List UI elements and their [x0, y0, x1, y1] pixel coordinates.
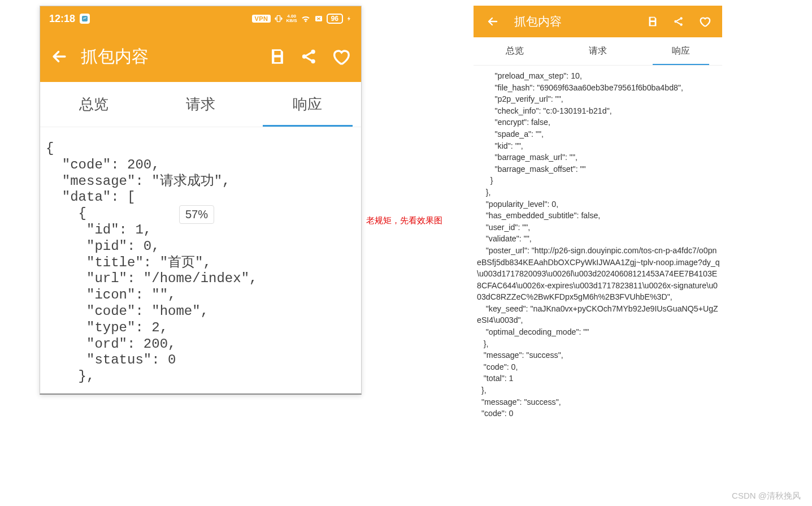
save-button[interactable] — [266, 45, 289, 68]
response-body-right[interactable]: "preload_max_step": 10, "file_hash": "69… — [474, 66, 722, 482]
back-button[interactable] — [483, 11, 503, 32]
phone-right: 抓包内容 总览 请求 响应 "preload_max_step": 10, "f… — [474, 6, 722, 482]
status-bar: 12:18 VPN 4.00 KB/S 96 — [40, 6, 361, 31]
tab-overview[interactable]: 总览 — [474, 37, 557, 65]
page-title: 抓包内容 — [514, 14, 562, 29]
back-button[interactable] — [49, 46, 70, 67]
net-speed-unit: KB/S — [286, 19, 297, 23]
caption-text: 老规矩，先看效果图 — [366, 215, 442, 226]
share-button[interactable] — [298, 45, 320, 68]
status-left: 12:18 — [49, 13, 90, 25]
save-button[interactable] — [644, 13, 661, 30]
vibrate-icon — [274, 14, 283, 23]
tabs: 总览 请求 响应 — [40, 82, 361, 127]
tab-response[interactable]: 响应 — [639, 37, 722, 65]
net-speed: 4.00 KB/S — [286, 14, 297, 23]
bolt-icon — [346, 14, 352, 23]
response-body-left[interactable]: { "code": 200, "message": "请求成功", "data"… — [40, 127, 361, 393]
page-title: 抓包内容 — [81, 45, 149, 68]
tab-response[interactable]: 响应 — [254, 82, 361, 127]
tab-overview[interactable]: 总览 — [40, 82, 147, 127]
app-header-right: 抓包内容 — [474, 6, 722, 37]
share-button[interactable] — [670, 13, 687, 30]
close-badge-icon — [314, 14, 323, 23]
tab-request[interactable]: 请求 — [147, 82, 254, 127]
tabs-right: 总览 请求 响应 — [474, 37, 722, 66]
phone-left: 12:18 VPN 4.00 KB/S 96 — [40, 6, 362, 395]
battery-badge: 96 — [327, 14, 343, 24]
wifi-icon — [301, 14, 311, 24]
percent-badge: 57% — [179, 205, 214, 224]
app-icon — [80, 14, 90, 24]
vpn-badge: VPN — [252, 15, 270, 23]
favorite-button[interactable] — [696, 13, 713, 30]
svg-rect-7 — [653, 18, 654, 20]
status-time: 12:18 — [49, 13, 75, 25]
app-header: 抓包内容 — [40, 31, 361, 82]
watermark: CSDN @清秋挽风 — [732, 491, 801, 501]
favorite-button[interactable] — [329, 45, 352, 68]
svg-rect-1 — [277, 16, 280, 22]
status-right: VPN 4.00 KB/S 96 — [252, 14, 352, 24]
tab-request[interactable]: 请求 — [557, 37, 640, 65]
svg-rect-3 — [277, 51, 280, 54]
